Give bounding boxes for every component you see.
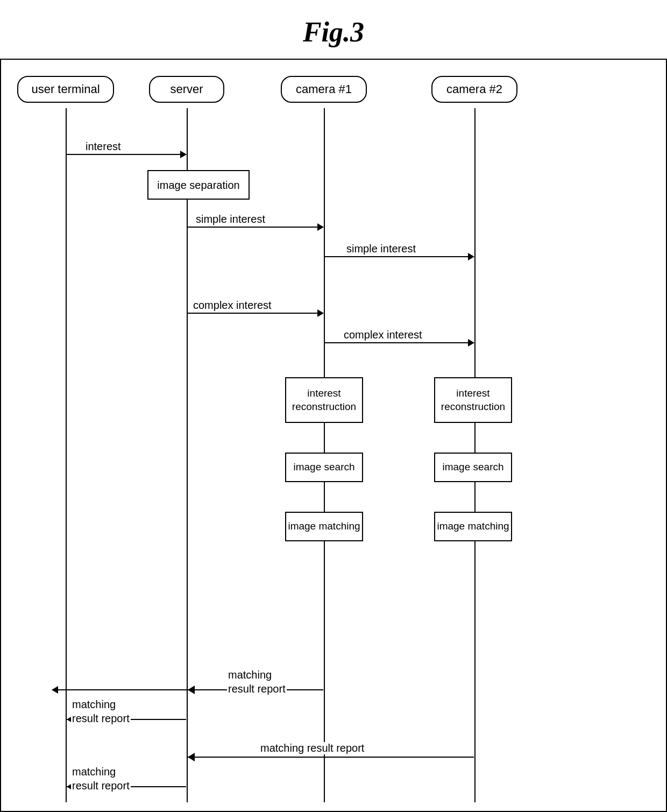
lifeline-user [66,108,67,802]
line-matching-3 [188,757,474,758]
lifeline-server [187,108,188,802]
actor-camera1: camera #1 [281,76,367,103]
process-image-search-1: image search [285,453,363,482]
label-matching-result-2-in: matching result report [259,742,365,754]
label-complex-interest-1: complex interest [192,299,273,312]
arrowhead-matching-1 [188,686,195,694]
label-matching-result-2-out: matching result report [71,765,131,793]
arrow-simple-interest-2 [325,256,474,257]
actor-user-terminal: user terminal [17,76,114,103]
label-matching-result-1-out: matching result report [71,697,131,725]
label-simple-interest-1: simple interest [195,213,266,225]
process-image-search-2: image search [434,453,512,482]
process-interest-recon-1: interest reconstruction [285,377,363,423]
arrow-interest [67,154,186,155]
arrow-complex-interest-1 [188,313,323,314]
process-image-matching-1: image matching [285,512,363,541]
arrowhead-matching-3 [188,753,195,761]
arrow-simple-interest-1 [188,227,323,228]
actor-server: server [149,76,224,103]
label-matching-result-1-in: matching result report [227,668,287,696]
page-title: Fig.3 [0,0,667,59]
actor-camera2: camera #2 [431,76,517,103]
process-image-matching-2: image matching [434,512,512,541]
process-interest-recon-2: interest reconstruction [434,377,512,423]
process-image-separation: image separation [147,170,250,200]
label-simple-interest-2: simple interest [345,243,417,255]
label-interest: interest [84,140,122,153]
label-complex-interest-2: complex interest [343,329,423,341]
arrow-matching-report-cam1-server [52,689,188,690]
diagram-container: user terminal server camera #1 camera #2… [0,59,667,812]
arrow-complex-interest-2 [325,342,474,343]
